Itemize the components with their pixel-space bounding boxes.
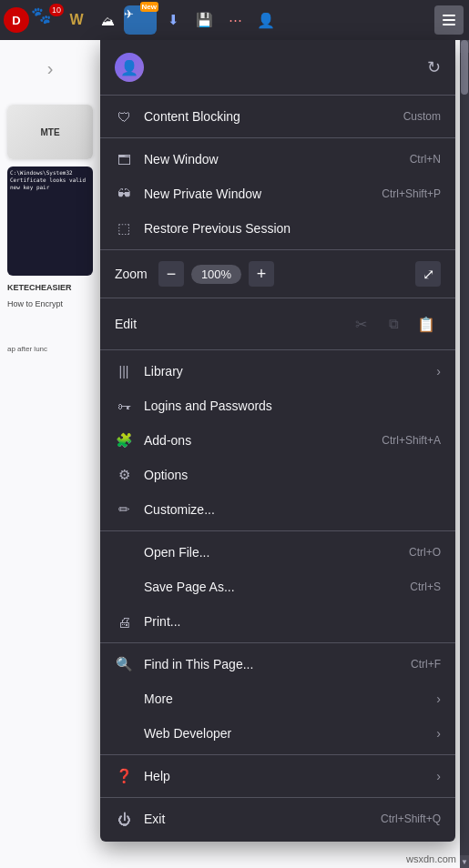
library-chevron-icon: › xyxy=(436,364,441,378)
addons-item[interactable]: 🧩 Add-ons Ctrl+Shift+A xyxy=(100,423,455,458)
find-shortcut: Ctrl+F xyxy=(411,658,441,671)
options-item[interactable]: ⚙ Options xyxy=(100,458,455,492)
new-window-icon: 🗔 xyxy=(115,150,133,168)
cut-button[interactable]: ✂ xyxy=(346,309,375,338)
exit-item[interactable]: ⏻ Exit Ctrl+Shift+Q xyxy=(100,802,455,836)
page-thumbnail-1: MTE xyxy=(7,105,93,159)
page-card-1: MTE xyxy=(7,105,93,159)
help-chevron-icon: › xyxy=(436,769,441,783)
find-label: Find in This Page... xyxy=(144,657,400,671)
back-arrow-icon[interactable]: › xyxy=(0,40,100,97)
web-developer-item[interactable]: Web Developer › xyxy=(100,716,455,751)
hamburger-menu-button[interactable] xyxy=(434,5,464,35)
terminal-text: C:\Windows\System32 Certificate looks va… xyxy=(7,167,93,193)
browser-toolbar: D 🐾 10 W ⛰ ✈ New ⬇ 💾 ⋯ 👤 xyxy=(0,0,469,40)
web-developer-label: Web Developer xyxy=(144,726,425,741)
copy-button[interactable]: ⧉ xyxy=(379,309,408,338)
open-file-item[interactable]: Open File... Ctrl+O xyxy=(100,535,455,570)
logins-label: Logins and Passwords xyxy=(144,399,441,413)
exit-icon: ⏻ xyxy=(115,810,133,828)
content-blocking-label: Content Blocking xyxy=(144,109,393,124)
new-window-item[interactable]: 🗔 New Window Ctrl+N xyxy=(100,142,455,177)
save-extension[interactable]: 💾 xyxy=(189,5,219,35)
fullscreen-button[interactable]: ⤢ xyxy=(415,261,441,287)
paste-button[interactable]: 📋 xyxy=(412,309,441,338)
scroll-down-button[interactable]: ▼ xyxy=(460,855,469,868)
edit-row: Edit ✂ ⧉ 📋 xyxy=(100,302,455,346)
w-extension[interactable]: W xyxy=(62,5,91,35)
options-label: Options xyxy=(144,468,441,482)
key-icon: 🗝 xyxy=(115,397,133,415)
print-label: Print... xyxy=(144,614,441,629)
addons-shortcut: Ctrl+Shift+A xyxy=(382,434,441,447)
zoom-row: Zoom − 100% + ⤢ xyxy=(100,254,455,294)
customize-icon: ✏ xyxy=(115,500,133,519)
zoom-out-button[interactable]: − xyxy=(158,261,184,287)
customize-label: Customize... xyxy=(144,502,441,517)
zoom-in-button[interactable]: + xyxy=(249,261,274,287)
article-title: How to Encrypt xyxy=(7,299,93,308)
download-extension[interactable]: ⬇ xyxy=(158,5,188,35)
print-item[interactable]: 🖨 Print... xyxy=(100,604,455,639)
content-blocking-item[interactable]: 🛡 Content Blocking Custom xyxy=(100,99,455,134)
scrollbar-thumb[interactable] xyxy=(461,40,468,95)
new-badge: New xyxy=(140,2,158,12)
badge-count: 10 xyxy=(49,4,64,16)
library-label: Library xyxy=(144,364,425,378)
shield-icon: 🛡 xyxy=(115,107,133,126)
new-private-window-item[interactable]: 🕶 New Private Window Ctrl+Shift+P xyxy=(100,177,455,211)
hamburger-icon xyxy=(443,15,455,25)
firefox-menu-dropdown: 👤 ↻ 🛡 Content Blocking Custom 🗔 New Wind… xyxy=(100,40,455,842)
new-extension[interactable]: ✈ New xyxy=(124,5,157,35)
divider-1 xyxy=(100,95,455,96)
library-item[interactable]: ||| Library › xyxy=(100,354,455,389)
wt-extension[interactable]: ⛰ xyxy=(93,5,122,35)
divider-8 xyxy=(100,754,455,755)
more-label: More xyxy=(144,691,425,706)
more-item[interactable]: More › xyxy=(100,681,455,716)
divider-2 xyxy=(100,137,455,138)
customize-item[interactable]: ✏ Customize... xyxy=(100,492,455,527)
help-icon: ❓ xyxy=(115,767,133,785)
search-icon: 🔍 xyxy=(115,655,133,673)
exit-label: Exit xyxy=(144,812,370,826)
user-extension[interactable]: 👤 xyxy=(251,5,280,35)
more-chevron-icon: › xyxy=(436,691,441,706)
divider-3 xyxy=(100,249,455,250)
private-window-icon: 🕶 xyxy=(115,185,133,203)
addons-label: Add-ons xyxy=(144,433,371,448)
help-item[interactable]: ❓ Help › xyxy=(100,759,455,793)
new-private-window-shortcut: Ctrl+Shift+P xyxy=(382,187,441,200)
menu-header: 👤 ↻ xyxy=(100,45,455,91)
restore-session-item[interactable]: ⬚ Restore Previous Session xyxy=(100,211,455,246)
restore-session-icon: ⬚ xyxy=(115,219,133,237)
watermark: wsxdn.com xyxy=(406,853,456,864)
dots-extension[interactable]: ⋯ xyxy=(220,5,250,35)
refresh-icon[interactable]: ↻ xyxy=(427,57,441,77)
open-file-label: Open File... xyxy=(144,545,398,560)
scrollbar[interactable]: ▲ ▼ xyxy=(460,40,469,868)
zoom-value: 100% xyxy=(191,265,241,284)
edit-icons: ✂ ⧉ 📋 xyxy=(346,309,441,338)
new-window-label: New Window xyxy=(144,152,399,167)
d-extension[interactable]: D xyxy=(4,7,29,33)
avatar[interactable]: 👤 xyxy=(115,53,144,82)
print-icon: 🖨 xyxy=(115,612,133,631)
open-file-shortcut: Ctrl+O xyxy=(409,546,441,559)
library-icon: ||| xyxy=(115,362,133,380)
divider-5 xyxy=(100,349,455,350)
divider-7 xyxy=(100,642,455,643)
extension-bar: D 🐾 10 W ⛰ ✈ New ⬇ 💾 ⋯ 👤 xyxy=(0,5,284,35)
logins-item[interactable]: 🗝 Logins and Passwords xyxy=(100,389,455,423)
edit-label: Edit xyxy=(115,317,151,331)
article-label: KETECHEASIER xyxy=(7,283,93,292)
dot-extension[interactable]: 🐾 10 xyxy=(31,5,60,35)
divider-4 xyxy=(100,298,455,298)
save-page-item[interactable]: Save Page As... Ctrl+S xyxy=(100,570,455,604)
divider-9 xyxy=(100,797,455,798)
page-card-2: C:\Windows\System32 Certificate looks va… xyxy=(7,167,93,276)
find-item[interactable]: 🔍 Find in This Page... Ctrl+F xyxy=(100,647,455,681)
puzzle-icon: 🧩 xyxy=(115,431,133,449)
zoom-label: Zoom xyxy=(115,267,151,281)
restore-session-label: Restore Previous Session xyxy=(144,221,441,236)
